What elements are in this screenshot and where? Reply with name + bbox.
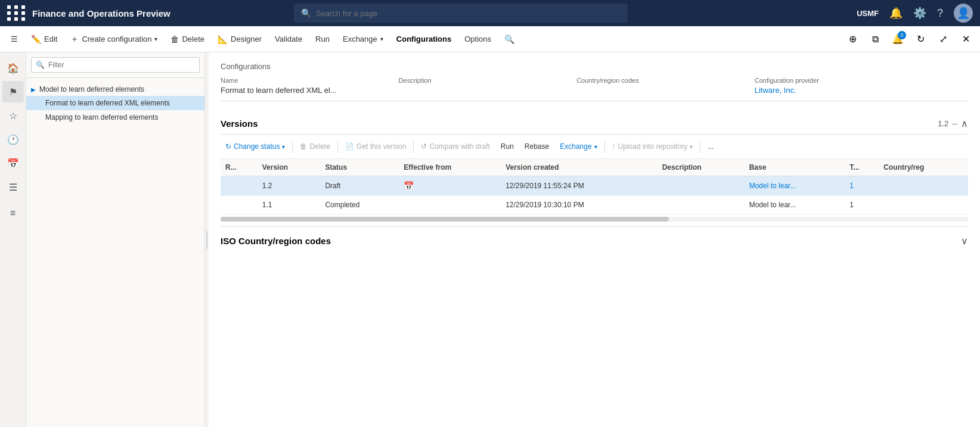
app-title: Finance and Operations Preview <box>32 8 170 18</box>
base-num-link[interactable]: 1 <box>849 182 854 190</box>
exchange-dropdown-arrow: ▾ <box>380 36 383 42</box>
run-button[interactable]: Run <box>309 31 336 47</box>
user-label: USMF <box>857 9 879 18</box>
base-link[interactable]: Model to lear... <box>749 182 796 190</box>
meta-name-col: Name Format to learn deferred XML el... <box>221 77 399 95</box>
versions-delete-icon: 🗑 <box>300 142 307 151</box>
settings-icon[interactable]: ⚙️ <box>913 7 926 20</box>
tree-child-format-label: Format to learn deferred XML elements <box>45 99 170 107</box>
search-toolbar-button[interactable]: 🔍 <box>498 31 520 48</box>
iso-title: ISO Country/region codes <box>221 236 331 246</box>
hamburger-button[interactable]: ☰ <box>5 31 24 47</box>
versions-controls: 1.2 -- ∧ <box>938 118 968 129</box>
top-nav: Finance and Operations Preview 🔍 USMF 🔔 … <box>0 0 980 26</box>
sidebar-list-button[interactable]: ☰ <box>2 176 24 198</box>
edit-button[interactable]: ✏️ Edit <box>25 31 63 48</box>
versions-more-button[interactable]: ... <box>703 139 718 154</box>
search-box[interactable]: 🔍 <box>294 4 628 23</box>
tree-resizer[interactable] <box>978 0 980 427</box>
alerts-button[interactable]: 🔔 0 <box>888 30 907 49</box>
sidebar-icons: 🏠 ⚑ ☆ 🕐 📅 ☰ ≡ <box>0 52 26 427</box>
col-version: Version <box>258 159 321 176</box>
create-configuration-button[interactable]: ＋ Create configuration ▾ <box>64 30 163 48</box>
personalize-button[interactable]: ⊕ <box>843 30 862 49</box>
change-status-button[interactable]: ↻ Change status ▾ <box>221 139 290 154</box>
vt-sep-4 <box>604 141 605 152</box>
meta-provider-value[interactable]: Litware, Inc. <box>755 86 968 95</box>
vt-sep-3 <box>413 141 414 152</box>
delete-button[interactable]: 🗑 Delete <box>165 31 210 48</box>
top-nav-right: USMF 🔔 ⚙️ ? 👤 <box>857 4 973 23</box>
table-header-row: R... Version Status Effective from Versi… <box>221 159 968 176</box>
help-icon[interactable]: ? <box>937 7 943 20</box>
exchange-button[interactable]: Exchange ▾ <box>337 31 389 47</box>
versions-run-button[interactable]: Run <box>496 139 519 154</box>
get-this-version-button[interactable]: 📄 Get this version <box>340 139 411 154</box>
scrollbar-thumb[interactable] <box>221 217 669 222</box>
restore-button[interactable]: ⤢ <box>934 30 953 49</box>
vt-sep-5 <box>700 141 700 152</box>
versions-exchange-button[interactable]: Exchange ▾ <box>555 139 601 154</box>
sidebar-home-button[interactable]: 🏠 <box>2 57 24 79</box>
tree-panel: 🔍 ▶ Model to learn deferred elements For… <box>26 52 205 427</box>
rebase-button[interactable]: Rebase <box>520 139 554 154</box>
meta-name-label: Name <box>221 77 399 84</box>
content-area: Configurations Name Format to learn defe… <box>209 52 980 427</box>
validate-button[interactable]: Validate <box>269 31 308 47</box>
table-row[interactable]: 1.1 Completed 12/29/2019 10:30:10 PM Mod… <box>221 196 968 214</box>
cell-base: Model to lear... <box>745 196 845 214</box>
options-button[interactable]: Options <box>458 31 497 47</box>
change-status-arrow: ▾ <box>282 144 285 150</box>
horizontal-scrollbar[interactable] <box>221 217 968 222</box>
tree-root-item[interactable]: ▶ Model to learn deferred elements <box>26 83 204 96</box>
open-new-window-button[interactable]: ⧉ <box>866 30 885 49</box>
sidebar-filter-button[interactable]: ⚑ <box>2 81 24 102</box>
search-input[interactable] <box>316 9 621 18</box>
calendar-icon[interactable]: 📅 <box>404 181 414 191</box>
main-toolbar: ☰ ✏️ Edit ＋ Create configuration ▾ 🗑 Del… <box>0 26 980 52</box>
app-grid-icon[interactable] <box>7 5 26 21</box>
tree-child-item-format[interactable]: Format to learn deferred XML elements <box>26 96 204 110</box>
versions-title: Versions <box>221 119 258 129</box>
vt-sep-2 <box>337 141 338 152</box>
close-button[interactable]: ✕ <box>956 30 975 49</box>
upload-into-repository-button[interactable]: ↑ Upload into repository ▾ <box>607 139 698 154</box>
designer-button[interactable]: 📐 Designer <box>212 31 268 48</box>
configurations-section: Configurations Name Format to learn defe… <box>221 62 968 101</box>
versions-number: 1.2 <box>938 119 948 128</box>
versions-collapse-button[interactable]: ∧ <box>961 118 968 129</box>
configurations-button[interactable]: Configurations <box>390 31 457 47</box>
table-row[interactable]: 1.2 Draft 📅 12/29/2019 11:55:24 PM Model… <box>221 176 968 196</box>
cell-t <box>879 176 968 196</box>
config-meta: Name Format to learn deferred XML el... … <box>221 77 968 101</box>
col-version-created: Version created <box>501 159 658 176</box>
tree-root-label: Model to learn deferred elements <box>39 85 144 93</box>
avatar[interactable]: 👤 <box>954 4 973 23</box>
cell-base-num: 1 <box>845 176 879 196</box>
tree-child-item-mapping[interactable]: Mapping to learn deferred elements <box>26 110 204 124</box>
sidebar-star-button[interactable]: ☆ <box>2 105 24 126</box>
meta-country-col: Country/region codes <box>576 77 755 95</box>
sidebar-recent-button[interactable]: 🕐 <box>2 129 24 150</box>
tree-filter-area: 🔍 <box>26 52 204 78</box>
base-link: Model to lear... <box>749 201 796 209</box>
search-icon: 🔍 <box>301 8 311 18</box>
versions-delete-button[interactable]: 🗑 Delete <box>295 139 335 154</box>
cell-status: Draft <box>320 176 399 196</box>
cell-version-created: 12/29/2019 10:30:10 PM <box>501 196 658 214</box>
tree-filter-input[interactable] <box>31 57 200 73</box>
col-status: Status <box>320 159 399 176</box>
refresh-button[interactable]: ↻ <box>911 30 930 49</box>
exchange-dropdown-icon: ▾ <box>594 144 597 150</box>
tree-child-mapping-label: Mapping to learn deferred elements <box>45 113 158 121</box>
main-layout: 🏠 ⚑ ☆ 🕐 📅 ☰ ≡ 🔍 ▶ Model to learn deferre… <box>0 52 980 427</box>
sidebar-calendar-button[interactable]: 📅 <box>2 152 24 174</box>
notification-icon[interactable]: 🔔 <box>889 7 903 20</box>
col-description: Description <box>658 159 745 176</box>
sidebar-menu-button[interactable]: ≡ <box>2 202 24 224</box>
iso-section[interactable]: ISO Country/region codes ∨ <box>221 226 968 255</box>
compare-with-draft-button[interactable]: ↺ Compare with draft <box>416 139 494 154</box>
cell-base: Model to lear... <box>745 176 845 196</box>
versions-toolbar: ↻ Change status ▾ 🗑 Delete 📄 Get this ve… <box>221 135 968 159</box>
meta-provider-label: Configuration provider <box>755 77 968 84</box>
